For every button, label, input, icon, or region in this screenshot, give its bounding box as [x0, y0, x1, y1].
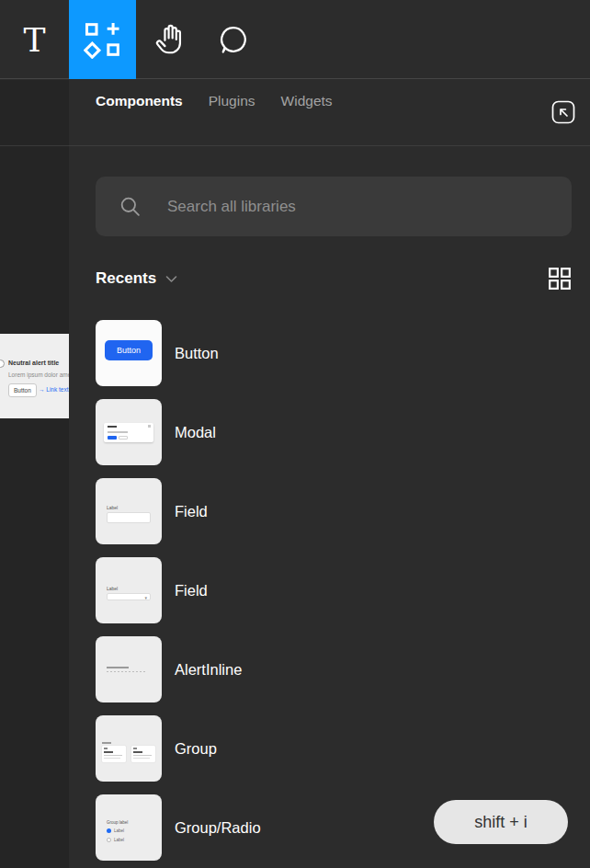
- grid-view-button[interactable]: [548, 267, 572, 291]
- item-label: Group: [175, 715, 217, 782]
- item-label: Modal: [175, 399, 216, 465]
- mini-select-chevron-icon: ▾: [144, 595, 147, 600]
- thumbnail-group-radio: Group label Label Label: [96, 794, 162, 861]
- thumbnail-modal: [96, 399, 162, 465]
- mini-radio-label: Label: [114, 838, 124, 842]
- radio-selected-icon: [107, 828, 111, 833]
- tab-widgets[interactable]: Widgets: [281, 93, 333, 109]
- mini-group-label: Group label: [107, 820, 128, 825]
- mini-select-input: ▾: [107, 593, 151, 600]
- item-label: Field: [175, 557, 208, 623]
- list-item-modal[interactable]: Modal: [96, 399, 572, 465]
- search-placeholder: Search all libraries: [167, 198, 296, 216]
- hand-icon: [153, 22, 187, 57]
- recents-title: Recents: [96, 269, 156, 288]
- mini-radio-option: Label: [107, 838, 124, 842]
- thumbnail-button: Button: [96, 320, 162, 386]
- panel-divider: [69, 145, 590, 146]
- search-icon: [119, 195, 142, 219]
- hand-tool-button[interactable]: [136, 0, 204, 79]
- mini-button-preview: Button: [105, 340, 153, 360]
- item-label: Field: [175, 478, 208, 544]
- alert-title: Neutral alert title: [8, 360, 69, 366]
- assets-icon: [84, 20, 122, 59]
- thumbnail-field: Label: [96, 478, 162, 544]
- list-item-field[interactable]: Label Field: [96, 478, 572, 544]
- panel-tabs: Components Plugins Widgets: [96, 93, 333, 109]
- assets-tool-button[interactable]: [69, 0, 136, 79]
- comment-icon: [217, 23, 250, 56]
- mini-radio-label: Label: [114, 828, 124, 833]
- alert-description: Lorem ipsum dolor amet conse: [8, 371, 69, 378]
- toolbar: T: [0, 0, 590, 79]
- thumbnail-alertinline: [96, 636, 162, 702]
- item-label: Button: [175, 320, 219, 386]
- keyboard-shortcut-badge: shift + i: [434, 800, 568, 844]
- mini-field-label: Label: [107, 505, 118, 510]
- item-label: Group/Radio: [175, 794, 261, 861]
- alert-button[interactable]: Button: [8, 383, 37, 397]
- pop-out-icon: [550, 99, 576, 125]
- list-item-button[interactable]: Button Button: [96, 320, 572, 386]
- tab-components[interactable]: Components: [96, 93, 183, 109]
- search-bar[interactable]: Search all libraries: [96, 177, 572, 236]
- mini-field-input: [107, 512, 151, 523]
- alert-link[interactable]: → Link text: [39, 386, 69, 393]
- thumbnail-field-select: Label ▾: [96, 557, 162, 623]
- alert-info-icon: [0, 360, 5, 368]
- mini-radio-option: Label: [107, 828, 124, 833]
- mini-alert-title-bar: [107, 667, 129, 668]
- chevron-down-icon[interactable]: [165, 275, 177, 283]
- canvas-area[interactable]: Neutral alert title Lorem ipsum dolor am…: [0, 80, 69, 868]
- canvas-guide-line: [0, 145, 69, 146]
- insert-panel: Components Plugins Widgets Search all li…: [69, 80, 590, 868]
- figma-window: Neutral alert title Lorem ipsum dolor am…: [0, 0, 590, 868]
- item-label: AlertInline: [175, 636, 242, 702]
- mini-card: [102, 746, 126, 762]
- mini-card: [131, 746, 155, 762]
- pop-out-button[interactable]: [550, 98, 577, 126]
- mini-alert-text-bar: [107, 671, 145, 672]
- mini-field-label: Label: [107, 586, 118, 591]
- mini-group-label-bar: [102, 742, 111, 744]
- thumbnail-group: [96, 715, 162, 782]
- canvas-alert-card[interactable]: Neutral alert title Lorem ipsum dolor am…: [0, 334, 69, 418]
- radio-unselected-icon: [107, 838, 111, 842]
- list-item-field-select[interactable]: Label ▾ Field: [96, 557, 572, 623]
- tab-plugins[interactable]: Plugins: [209, 93, 255, 109]
- comment-tool-button[interactable]: [204, 0, 263, 79]
- mini-modal-preview: [104, 423, 153, 442]
- text-tool-button[interactable]: T: [0, 0, 69, 79]
- recents-header: Recents: [96, 267, 572, 291]
- text-tool-icon: T: [23, 21, 45, 59]
- list-item-alertinline[interactable]: AlertInline: [96, 636, 572, 702]
- list-item-group[interactable]: Group: [96, 715, 572, 782]
